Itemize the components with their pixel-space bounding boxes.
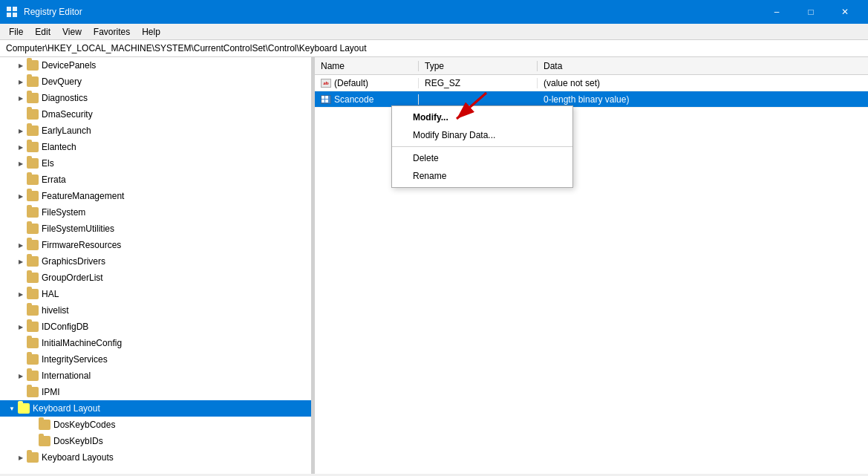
window-controls: – □ ✕	[760, 0, 862, 24]
expand-icon[interactable]	[15, 141, 27, 153]
ctx-separator-1	[392, 146, 572, 147]
tree-item-elantech[interactable]: Elantech	[0, 139, 311, 155]
tree-label: FileSystemUtilities	[42, 224, 114, 234]
tree-label: FileSystem	[42, 207, 85, 218]
folder-icon	[39, 420, 50, 430]
tree-label: Keyboard Layout	[33, 403, 100, 414]
expand-icon[interactable]	[15, 125, 27, 137]
tree-item-filesystemutilities[interactable]: FileSystemUtilities	[0, 221, 311, 237]
svg-rect-2	[7, 13, 11, 17]
folder-icon	[27, 76, 39, 87]
tree-label: DosKeybIDs	[53, 436, 103, 446]
tree-label: Elantech	[42, 142, 76, 152]
tree-item-integrityservices[interactable]: IntegrityServices	[0, 351, 311, 368]
expand-icon	[15, 304, 27, 316]
app-icon	[6, 6, 18, 18]
tree-item-earlylaunch[interactable]: EarlyLaunch	[0, 123, 311, 139]
folder-icon	[27, 158, 39, 169]
tree-label: Els	[42, 158, 54, 169]
tree-item-idconfigdb[interactable]: IDConfigDB	[0, 319, 311, 335]
ctx-rename[interactable]: Rename	[392, 167, 572, 185]
expand-icon	[15, 337, 27, 349]
svg-rect-5	[325, 96, 328, 99]
menu-edit[interactable]: Edit	[29, 25, 56, 39]
tree-label: IPMI	[42, 387, 60, 397]
ctx-delete[interactable]: Delete	[392, 149, 572, 167]
tree-item-doskeybids[interactable]: DosKeybIDs	[0, 433, 311, 449]
col-header-name: Name	[315, 61, 419, 71]
expand-icon	[15, 272, 27, 284]
tree-item-devquery[interactable]: DevQuery	[0, 74, 311, 90]
tree-item-errata[interactable]: Errata	[0, 172, 311, 188]
expand-icon	[27, 419, 39, 431]
tree-label: EarlyLaunch	[42, 125, 91, 136]
tree-item-grouporderlist[interactable]: GroupOrderList	[0, 270, 311, 286]
expand-icon[interactable]	[15, 76, 27, 88]
tree-item-hivelist[interactable]: hivelist	[0, 302, 311, 319]
tree-item-firmwareresources[interactable]: FirmwareResources	[0, 237, 311, 253]
detail-row-default[interactable]: ab (Default) REG_SZ (value not set)	[315, 75, 868, 91]
maximize-button[interactable]: □	[794, 0, 828, 24]
tree-item-keyboardlayout[interactable]: Keyboard Layout	[0, 400, 311, 417]
folder-icon	[27, 452, 39, 463]
expand-icon	[15, 223, 27, 235]
tree-item-dmasecurity[interactable]: DmaSecurity	[0, 106, 311, 123]
expand-icon[interactable]	[15, 321, 27, 333]
menu-view[interactable]: View	[56, 25, 88, 39]
expand-icon[interactable]	[15, 288, 27, 300]
svg-rect-0	[7, 7, 11, 11]
expand-icon[interactable]	[15, 239, 27, 251]
ctx-modify[interactable]: Modify...	[392, 108, 572, 126]
tree-label: DmaSecurity	[42, 109, 93, 120]
folder-icon	[27, 371, 39, 381]
svg-rect-6	[322, 100, 324, 102]
folder-icon	[27, 207, 39, 218]
ctx-modify-binary[interactable]: Modify Binary Data...	[392, 126, 572, 144]
tree-item-hal[interactable]: HAL	[0, 286, 311, 302]
expand-icon	[27, 435, 39, 447]
menu-file[interactable]: File	[3, 25, 29, 39]
tree-panel[interactable]: DevicePanels DevQuery Diagnostics DmaSec…	[0, 57, 312, 474]
folder-icon	[27, 289, 39, 299]
minimize-button[interactable]: –	[760, 0, 794, 24]
tree-item-diagnostics[interactable]: Diagnostics	[0, 90, 311, 106]
menu-help[interactable]: Help	[136, 25, 166, 39]
tree-item-international[interactable]: International	[0, 368, 311, 384]
tree-item-featuremanagement[interactable]: FeatureManagement	[0, 188, 311, 204]
title-bar: Registry Editor – □ ✕	[0, 0, 868, 24]
folder-icon	[27, 354, 39, 365]
row-name: (Default)	[334, 78, 368, 88]
tree-item-initialmachineconfig[interactable]: InitialMachineConfig	[0, 335, 311, 351]
folder-icon	[27, 191, 39, 201]
expand-icon[interactable]	[15, 157, 27, 169]
expand-icon[interactable]	[15, 451, 27, 463]
expand-icon[interactable]	[15, 92, 27, 104]
tree-item-els[interactable]: Els	[0, 155, 311, 172]
folder-icon	[27, 240, 39, 250]
tree-item-filesystem[interactable]: FileSystem	[0, 204, 311, 221]
tree-item-keyboardlayouts[interactable]: Keyboard Layouts	[0, 449, 311, 466]
tree-item-graphicsdrivers[interactable]: GraphicsDrivers	[0, 253, 311, 270]
cell-name-default: ab (Default)	[315, 78, 419, 88]
expand-icon[interactable]	[15, 59, 27, 71]
expand-icon	[15, 206, 27, 218]
tree-label: DosKeybCodes	[53, 420, 115, 430]
tree-item-devicepanels[interactable]: DevicePanels	[0, 57, 311, 74]
folder-icon	[27, 338, 39, 348]
folder-icon	[27, 256, 39, 267]
reg-binary-icon	[321, 95, 331, 104]
tree-label: DevicePanels	[42, 60, 96, 71]
expand-icon[interactable]	[15, 190, 27, 202]
expand-icon[interactable]	[6, 402, 18, 414]
row-name: Scancode	[334, 94, 373, 105]
col-header-data: Data	[538, 61, 868, 71]
expand-icon[interactable]	[15, 255, 27, 267]
expand-icon[interactable]	[15, 370, 27, 382]
window-title: Registry Editor	[24, 7, 82, 17]
menu-favorites[interactable]: Favorites	[88, 25, 136, 39]
folder-icon	[18, 403, 30, 414]
tree-item-ipmi[interactable]: IPMI	[0, 384, 311, 400]
close-button[interactable]: ✕	[828, 0, 862, 24]
tree-item-doskeybcodes[interactable]: DosKeybCodes	[0, 417, 311, 433]
cell-type-default: REG_SZ	[419, 78, 538, 88]
